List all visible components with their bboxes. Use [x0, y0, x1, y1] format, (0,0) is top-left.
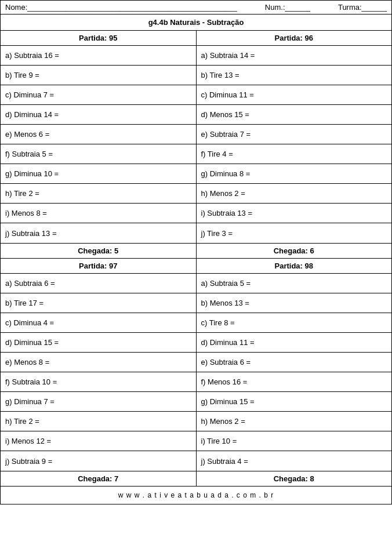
chegada-left-1: Chegada: 7 — [1, 471, 197, 486]
partida-left-0: Partida: 95 — [1, 31, 196, 46]
exercise-row-right-0-1: b) Tire 13 = — [197, 66, 392, 85]
exercise-row-left-0-6: g) Diminua 10 = — [1, 164, 196, 184]
exercise-row-right-0-7: h) Menos 2 = — [197, 184, 392, 204]
chegada-right-0: Chegada: 6 — [197, 244, 392, 258]
exercise-row-left-0-2: c) Diminua 7 = — [1, 85, 196, 105]
exercise-row-left-1-2: c) Diminua 4 = — [1, 313, 196, 333]
exercise-row-right-1-9: j) Subtraia 4 = — [197, 451, 392, 471]
exercise-row-left-1-6: g) Diminua 7 = — [1, 392, 196, 412]
exercise-row-right-0-0: a) Subtraia 14 = — [197, 46, 392, 66]
chegada-right-1: Chegada: 8 — [197, 471, 392, 486]
sections-wrapper: Partida: 95a) Subtraia 16 =b) Tire 9 =c)… — [1, 31, 391, 487]
exercise-row-right-0-6: g) Diminua 8 = — [197, 164, 392, 184]
exercise-row-left-0-5: f) Subtraia 5 = — [1, 144, 196, 164]
num-label: Num.:______ — [265, 3, 310, 12]
exercise-row-left-1-5: f) Subtraia 10 = — [1, 372, 196, 392]
exercise-row-right-0-5: f) Tire 4 = — [197, 144, 392, 164]
exercise-row-right-1-0: a) Subtraia 5 = — [197, 274, 392, 293]
exercise-row-right-1-3: d) Diminua 11 = — [197, 333, 392, 353]
exercise-row-right-1-5: f) Menos 16 = — [197, 372, 392, 392]
exercise-row-right-1-8: i) Tire 10 = — [197, 431, 392, 451]
page-title: g4.4b Naturais - Subtração — [1, 14, 391, 31]
turma-label: Turma:______ — [338, 3, 387, 12]
exercise-row-right-1-2: c) Tire 8 = — [197, 313, 392, 333]
exercise-row-left-1-1: b) Tire 17 = — [1, 293, 196, 313]
column-right-1: Partida: 98a) Subtraia 5 =b) Menos 13 =c… — [197, 259, 392, 471]
exercise-row-left-1-3: d) Diminua 15 = — [1, 333, 196, 353]
nome-label: Nome:___________________________________… — [5, 3, 237, 12]
chegada-left-0: Chegada: 5 — [1, 244, 197, 258]
exercise-row-right-1-4: e) Subtraia 6 = — [197, 353, 392, 372]
column-left-0: Partida: 95a) Subtraia 16 =b) Tire 9 =c)… — [1, 31, 197, 243]
exercise-row-left-1-8: i) Menos 12 = — [1, 431, 196, 451]
exercise-row-right-1-1: b) Menos 13 = — [197, 293, 392, 313]
exercise-row-left-0-3: d) Diminua 14 = — [1, 105, 196, 125]
partida-right-1: Partida: 98 — [197, 259, 392, 274]
exercise-row-right-0-2: c) Diminua 11 = — [197, 85, 392, 105]
partida-left-1: Partida: 97 — [1, 259, 196, 274]
exercise-row-right-0-9: j) Tire 3 = — [197, 223, 392, 243]
exercise-row-left-0-9: j) Subtraia 13 = — [1, 223, 196, 243]
exercise-row-left-1-0: a) Subtraia 6 = — [1, 274, 196, 293]
exercise-row-right-1-6: g) Diminua 15 = — [197, 392, 392, 412]
column-left-1: Partida: 97a) Subtraia 6 =b) Tire 17 =c)… — [1, 259, 197, 471]
exercise-row-right-0-3: d) Menos 15 = — [197, 105, 392, 125]
exercise-row-left-1-4: e) Menos 8 = — [1, 353, 196, 372]
exercise-row-left-1-7: h) Tire 2 = — [1, 412, 196, 431]
exercise-row-right-0-4: e) Subtraia 7 = — [197, 125, 392, 144]
chegada-pair-0: Chegada: 5Chegada: 6 — [1, 244, 391, 259]
exercise-row-left-0-1: b) Tire 9 = — [1, 66, 196, 85]
exercise-row-left-0-8: i) Menos 8 = — [1, 204, 196, 223]
page: Nome:___________________________________… — [0, 0, 392, 504]
partida-right-0: Partida: 96 — [197, 31, 392, 46]
header: Nome:___________________________________… — [1, 1, 391, 14]
exercise-row-left-0-4: e) Menos 6 = — [1, 125, 196, 144]
exercise-row-right-1-7: h) Menos 2 = — [197, 412, 392, 431]
exercise-row-left-0-7: h) Tire 2 = — [1, 184, 196, 204]
exercise-row-right-0-8: i) Subtraia 13 = — [197, 204, 392, 223]
column-right-0: Partida: 96a) Subtraia 14 =b) Tire 13 =c… — [197, 31, 392, 243]
section-pair-1: Partida: 97a) Subtraia 6 =b) Tire 17 =c)… — [1, 259, 391, 471]
chegada-pair-1: Chegada: 7Chegada: 8 — [1, 471, 391, 487]
section-pair-0: Partida: 95a) Subtraia 16 =b) Tire 9 =c)… — [1, 31, 391, 244]
website: w w w . a t i v e a t a b u a d a . c o … — [1, 487, 391, 504]
exercise-row-left-1-9: j) Subtraia 9 = — [1, 451, 196, 471]
exercise-row-left-0-0: a) Subtraia 16 = — [1, 46, 196, 66]
